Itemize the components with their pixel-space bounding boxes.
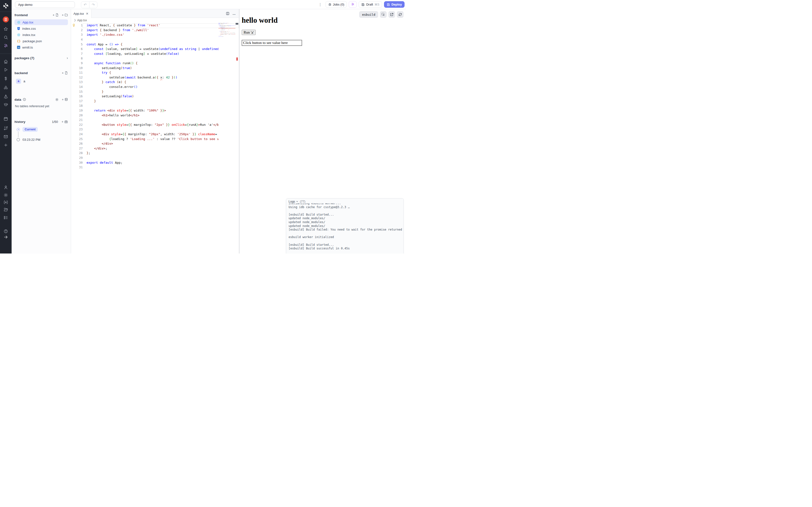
arrow-right-icon[interactable]: [4, 235, 8, 239]
user-icon[interactable]: [4, 185, 8, 189]
ai-wand-button[interactable]: [349, 1, 357, 8]
code-line[interactable]: 30export default App;: [71, 160, 218, 165]
gear-icon[interactable]: [4, 193, 8, 197]
code-line[interactable]: 7 const [loading, setLoading] = useState…: [71, 51, 218, 56]
current-version-dot[interactable]: [17, 128, 20, 131]
code-line[interactable]: 4: [71, 37, 218, 42]
split-view-icon[interactable]: [226, 12, 230, 15]
help-icon[interactable]: [4, 229, 8, 233]
code-line[interactable]: 8: [71, 56, 218, 61]
code-line[interactable]: 25 {loading ? 'Loading ...' : value ?? '…: [71, 136, 218, 141]
run-a-button[interactable]: Run 'a': [242, 30, 256, 35]
code-line[interactable]: 23: [71, 127, 218, 132]
draft-button[interactable]: Draft ⌘S: [359, 1, 382, 8]
code-line[interactable]: 9 async function runA() {: [71, 61, 218, 66]
code-line[interactable]: 28};: [71, 151, 218, 156]
route-icon[interactable]: [4, 126, 8, 130]
code-line[interactable]: 19 return <div style={{ width: "100%" }}…: [71, 108, 218, 113]
packages-label: packages (7): [14, 56, 34, 60]
tab-app-tsx[interactable]: App.tsx ✕: [71, 9, 91, 18]
code-line[interactable]: 29: [71, 156, 218, 160]
app-name-input[interactable]: [15, 1, 75, 8]
code-line[interactable]: 17 }: [71, 99, 218, 104]
log-line: [esbuild] Build successful in 0.45s: [289, 247, 401, 250]
logs-output[interactable]: Initializing esbuild worker...Using idb …: [286, 202, 404, 250]
scrollbar-thumb[interactable]: [236, 23, 238, 24]
redo-icon[interactable]: ↷: [89, 2, 97, 8]
close-icon[interactable]: ✕: [86, 12, 89, 15]
line-number: 20: [77, 113, 83, 117]
code-line[interactable]: 15 }: [71, 89, 218, 94]
pyramid-icon[interactable]: [4, 95, 8, 99]
file-item-package-json[interactable]: {}package.json: [14, 38, 68, 44]
code-line[interactable]: 11 try {: [71, 70, 218, 75]
refresh-icon[interactable]: [397, 11, 404, 18]
code-line[interactable]: 5const App = () => {: [71, 42, 218, 47]
add-file-icon[interactable]: ＋: [52, 13, 59, 17]
dollar-icon[interactable]: [4, 76, 8, 81]
code-text: <h1>hello world</h1>: [83, 113, 140, 117]
boxes-icon[interactable]: [4, 86, 8, 90]
code-line[interactable]: 18: [71, 103, 218, 108]
code-area[interactable]: 1import React, { useState } from 'react'…: [71, 23, 218, 253]
code-line[interactable]: 16 setLoading(false): [71, 94, 218, 99]
code-line[interactable]: 3import './index.css': [71, 32, 218, 37]
undo-icon[interactable]: ↶: [81, 2, 89, 8]
file-item-index-css[interactable]: 3index.css: [14, 25, 68, 32]
code-line[interactable]: 26 </div>: [71, 141, 218, 146]
workspace-icon[interactable]: [3, 16, 9, 22]
line-number: 9: [77, 61, 83, 65]
file-item-wmill-ts[interactable]: TSwmill.ts: [14, 44, 68, 50]
add-file-icon[interactable]: ＋: [61, 71, 68, 75]
code-line[interactable]: 2import { backend } from './wmill': [71, 28, 218, 33]
windmill-logo: [2, 2, 9, 9]
breadcrumb[interactable]: ❯ App.tsx: [71, 18, 239, 22]
code-line[interactable]: 24 <div style={{ marginTop: "20px", widt…: [71, 132, 218, 137]
code-line[interactable]: 27 </div>;: [71, 146, 218, 151]
plus-icon[interactable]: [4, 143, 8, 147]
line-number: 31: [77, 165, 83, 169]
file-label: index.tsx: [22, 33, 35, 37]
play-icon[interactable]: [4, 68, 8, 72]
code-line[interactable]: 14 console.error(): [71, 84, 218, 89]
jobs-button[interactable]: Jobs (0): [325, 1, 347, 8]
file-item-index-tsx[interactable]: index.tsx: [14, 32, 68, 38]
mail-icon[interactable]: [4, 134, 8, 139]
code-line[interactable]: 22 <button style={{ marginTop: "2px" }} …: [71, 122, 218, 127]
code-line[interactable]: 12 setValue(await backend.a({ x: 42 })): [71, 75, 218, 80]
code-line[interactable]: 20 <h1>hello world</h1>: [71, 113, 218, 118]
folder-open-icon[interactable]: [4, 208, 8, 212]
search-icon[interactable]: [4, 35, 8, 40]
packages-row[interactable]: packages (7) ›: [14, 56, 68, 60]
gear-icon[interactable]: [55, 98, 59, 101]
code-line[interactable]: 13 } catch (e) {: [71, 80, 218, 84]
open-external-icon[interactable]: [388, 11, 395, 18]
logs-dropdown[interactable]: Logs: [289, 200, 298, 203]
code-line[interactable]: 31: [71, 165, 218, 170]
code-line[interactable]: 1import React, { useState } from 'react': [71, 23, 218, 28]
backend-script-a[interactable]: a a: [14, 78, 68, 84]
code-line[interactable]: 21: [71, 118, 218, 122]
scrollbar[interactable]: [236, 9, 239, 253]
star-icon[interactable]: [4, 27, 8, 31]
service-icon[interactable]: [4, 200, 8, 205]
inspect-icon[interactable]: [380, 11, 387, 18]
file-item-app-tsx[interactable]: App.tsx: [14, 19, 68, 25]
calendar-icon[interactable]: [4, 117, 8, 121]
wand-icon[interactable]: [4, 44, 8, 48]
kebab-icon[interactable]: ⋮: [317, 1, 323, 8]
code-line[interactable]: 6 const [value, setValue] = useState(und…: [71, 47, 218, 51]
version-dot[interactable]: [17, 138, 20, 141]
home-icon[interactable]: [4, 59, 8, 64]
list-icon[interactable]: [4, 215, 8, 220]
current-version-chip[interactable]: Current: [22, 127, 38, 132]
line-number: 16: [77, 95, 83, 98]
minimap[interactable]: import React, { useState } from 'react'i…: [218, 23, 236, 62]
deploy-button[interactable]: Deploy: [384, 1, 405, 8]
database-plus-icon[interactable]: ＋: [61, 97, 68, 102]
code-line[interactable]: 10 setLoading(true): [71, 65, 218, 70]
lightbulb-icon[interactable]: [71, 24, 77, 27]
add-folder-icon[interactable]: ＋: [61, 13, 68, 17]
camera-plus-icon[interactable]: ＋: [61, 119, 68, 124]
graduation-icon[interactable]: [4, 102, 8, 107]
